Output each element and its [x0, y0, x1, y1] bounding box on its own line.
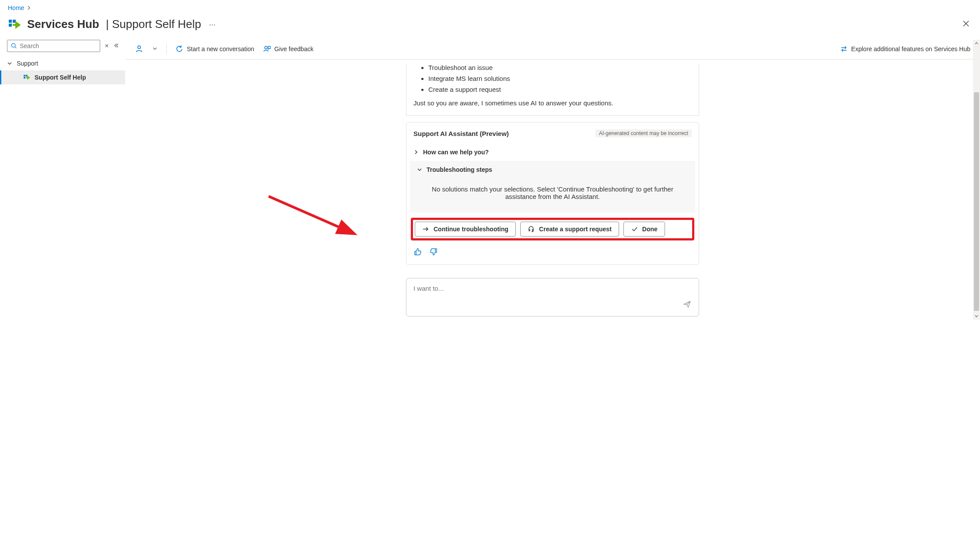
svg-point-3	[11, 43, 15, 47]
ai-disclaimer-badge: AI-generated content may be incorrect	[595, 129, 692, 137]
thumbs-up-icon[interactable]	[413, 247, 422, 258]
scrollbar-thumb[interactable]	[974, 92, 979, 311]
divider	[166, 43, 167, 55]
swap-icon	[840, 45, 848, 53]
send-icon[interactable]	[683, 300, 692, 310]
close-icon[interactable]	[960, 17, 972, 31]
clear-search-icon[interactable]: ✕	[105, 43, 109, 49]
chevron-right-icon	[27, 4, 31, 11]
chat-input[interactable]	[406, 278, 699, 317]
breadcrumb-home[interactable]: Home	[8, 4, 24, 11]
annotation-highlight: Continue troubleshooting Create a suppor…	[411, 218, 694, 240]
svg-line-10	[269, 196, 353, 233]
search-icon	[11, 43, 17, 49]
ai-title: Support AI Assistant (Preview)	[413, 130, 509, 137]
svg-point-8	[265, 46, 267, 49]
chevron-down-icon[interactable]	[152, 45, 158, 52]
main-content: Start a new conversation Give feedback E…	[125, 40, 980, 322]
intro-bullet: Create a support request	[428, 86, 693, 93]
toolbar-label: Start a new conversation	[187, 45, 254, 52]
button-label: Continue troubleshooting	[434, 226, 508, 233]
breadcrumb: Home	[0, 0, 980, 11]
ai-response-card: Support AI Assistant (Preview) AI-genera…	[406, 122, 699, 265]
svg-rect-0	[9, 20, 12, 23]
button-label: Done	[642, 226, 658, 233]
toolbar-label: Explore additional features on Services …	[851, 45, 970, 52]
chevron-down-icon	[7, 61, 12, 66]
svg-rect-2	[13, 20, 16, 23]
sidebar-item-label: Support Self Help	[35, 74, 86, 81]
svg-rect-6	[26, 75, 28, 77]
intro-bullet: Troubleshoot an issue	[428, 64, 693, 71]
start-conversation-button[interactable]: Start a new conversation	[175, 45, 254, 53]
section-label: Troubleshooting steps	[427, 166, 492, 173]
chevron-down-icon	[417, 167, 422, 172]
intro-note: Just so you are aware, I sometimes use A…	[413, 99, 693, 107]
profile-icon[interactable]	[135, 44, 144, 54]
give-feedback-button[interactable]: Give feedback	[263, 45, 314, 53]
sidebar-group-support[interactable]: Support	[0, 56, 125, 70]
svg-rect-4	[24, 75, 25, 77]
sidebar: ✕ Support Support Self Help	[0, 40, 125, 322]
services-hub-small-icon	[23, 74, 30, 81]
refresh-icon	[175, 45, 183, 53]
feedback-icon	[263, 45, 271, 53]
arrow-right-icon	[422, 226, 429, 233]
page-subtitle: | Support Self Help	[103, 17, 201, 31]
svg-rect-5	[24, 77, 25, 79]
done-button[interactable]: Done	[623, 222, 665, 237]
button-label: Create a support request	[539, 226, 612, 233]
chevron-right-icon	[413, 150, 419, 155]
question-section-header[interactable]: How can we help you?	[406, 143, 699, 161]
page-header: Services Hub | Support Self Help ···	[0, 11, 980, 40]
troubleshooting-section-header[interactable]: Troubleshooting steps	[410, 161, 695, 178]
headset-icon	[528, 226, 535, 233]
search-input[interactable]	[7, 40, 100, 52]
scroll-down-icon[interactable]	[973, 313, 980, 320]
thumbs-down-icon[interactable]	[429, 247, 438, 258]
sidebar-item-support-self-help[interactable]: Support Self Help	[0, 70, 125, 84]
collapse-sidebar-icon[interactable]	[113, 43, 119, 49]
content-toolbar: Start a new conversation Give feedback E…	[125, 40, 980, 59]
annotation-arrow	[265, 193, 361, 241]
scroll-up-icon[interactable]	[973, 40, 980, 47]
services-hub-icon	[8, 18, 21, 31]
more-options-icon[interactable]: ···	[207, 19, 217, 30]
sidebar-group-label: Support	[17, 60, 38, 67]
toolbar-label: Give feedback	[274, 45, 314, 52]
checkmark-icon	[631, 226, 638, 233]
scrollbar[interactable]	[973, 40, 980, 320]
continue-troubleshooting-button[interactable]: Continue troubleshooting	[415, 222, 516, 237]
create-support-request-button[interactable]: Create a support request	[520, 222, 619, 237]
intro-bullet: Integrate MS learn solutions	[428, 75, 693, 82]
explore-features-link[interactable]: Explore additional features on Services …	[840, 45, 970, 53]
svg-rect-1	[9, 24, 12, 27]
section-label: How can we help you?	[423, 149, 489, 156]
intro-card: Troubleshoot an issue Integrate MS learn…	[406, 64, 699, 116]
page-title: Services Hub	[27, 17, 99, 31]
svg-point-7	[138, 45, 140, 48]
troubleshooting-body: No solutions match your selections. Sele…	[410, 178, 695, 212]
